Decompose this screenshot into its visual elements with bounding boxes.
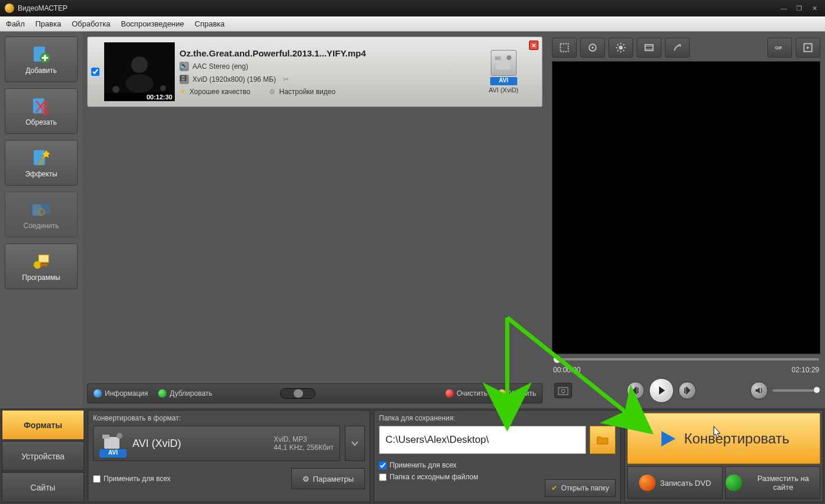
svg-point-19	[507, 55, 511, 60]
programs-label: Программы	[22, 273, 61, 282]
next-button[interactable]	[678, 382, 696, 399]
menu-edit[interactable]: Правка	[35, 19, 61, 28]
item-audio: AAC Stereo (eng)	[192, 62, 248, 71]
gear-tool[interactable]	[580, 38, 605, 58]
list-toolbar: Информация Дублировать Очистить Удалить	[87, 383, 543, 403]
svg-point-16	[160, 85, 166, 91]
menu-playback[interactable]: Воспроизведение	[121, 19, 184, 28]
brightness-tool[interactable]	[608, 38, 633, 58]
gif-tool[interactable]: GIF	[767, 38, 792, 58]
menu-process[interactable]: Обработка	[72, 19, 111, 28]
svg-rect-32	[645, 45, 653, 51]
format-line1: XviD, MP3	[274, 435, 334, 443]
format-dropdown[interactable]	[345, 426, 365, 461]
item-video: XviD (1920x800) (196 МБ)	[192, 75, 276, 84]
tab-sites[interactable]: Сайты	[2, 472, 84, 502]
maximize-button[interactable]: ❐	[793, 4, 805, 12]
film-tool[interactable]	[637, 38, 661, 58]
crop-tool[interactable]	[552, 38, 577, 58]
scissors-icon[interactable]: ✂	[283, 75, 289, 84]
format-selector[interactable]: AVI AVI (XviD) XviD, MP3 44,1 KHz, 256Кб…	[93, 426, 340, 461]
item-settings[interactable]: Настройки видео	[279, 88, 335, 96]
play-button[interactable]	[649, 378, 674, 403]
action-panel: Конвертировать Записать DVD Разместить н…	[624, 410, 823, 502]
disc-icon	[639, 475, 656, 491]
effects-button[interactable]: Эффекты	[5, 140, 78, 186]
folder-apply-all[interactable]: Применить для всех	[379, 461, 616, 469]
folder-panel: Папка для сохранения: C:\Users\Alex\Desk…	[374, 410, 621, 502]
svg-text:GIF: GIF	[775, 45, 783, 51]
params-button[interactable]: ⚙Параметры	[291, 468, 365, 489]
main-area: Добавить Обрезать Эффекты Соединить Прог…	[0, 32, 825, 408]
volume-slider[interactable]	[773, 389, 818, 392]
item-title: Oz.the.Great.and.Powerful.2013.1...YIFY.…	[179, 48, 484, 58]
seek-bar[interactable]	[552, 354, 820, 365]
svg-rect-20	[560, 44, 568, 51]
bottom-panel: Форматы Устройства Сайты Конвертировать …	[0, 408, 825, 504]
svg-point-22	[591, 46, 593, 48]
fullscreen-tool[interactable]	[796, 38, 820, 58]
programs-button[interactable]: Программы	[5, 243, 78, 289]
snapshot-button[interactable]	[554, 383, 572, 398]
convert-button[interactable]: Конвертировать	[627, 413, 820, 464]
format-heading: Конвертировать в формат:	[93, 414, 365, 422]
film-icon: 🎞	[179, 75, 189, 84]
volume-button[interactable]	[750, 382, 768, 399]
item-target[interactable]: AVI AVI (XviD)	[488, 50, 518, 94]
minimize-button[interactable]: —	[778, 4, 790, 12]
clear-button[interactable]: Очистить	[445, 389, 487, 398]
svg-point-23	[619, 46, 623, 50]
gear-icon: ⚙	[302, 475, 310, 483]
duplicate-button[interactable]: Дублировать	[158, 389, 212, 398]
format-apply-all[interactable]: Применить для всех	[93, 475, 171, 483]
info-button[interactable]: Информация	[94, 389, 148, 398]
svg-point-41	[117, 433, 122, 439]
item-checkbox[interactable]	[91, 68, 99, 76]
title-bar: ВидеоМАСТЕР — ❐ ✕	[0, 0, 825, 16]
prev-button[interactable]	[627, 382, 644, 399]
menubar: Файл Правка Обработка Воспроизведение Сп…	[0, 16, 825, 32]
cut-button[interactable]: Обрезать	[5, 88, 78, 134]
avi-badge: AVI	[490, 77, 517, 85]
globe-icon	[726, 475, 742, 491]
preview-column: GIF 00:00:0002:10:29	[547, 32, 825, 408]
format-name: AVI (XviD)	[132, 438, 181, 450]
tab-devices[interactable]: Устройства	[2, 441, 84, 471]
svg-rect-9	[39, 255, 49, 262]
target-label: AVI (XviD)	[488, 86, 518, 94]
svg-line-30	[617, 50, 618, 51]
delete-button[interactable]: Удалить	[498, 389, 536, 398]
join-button: Соединить	[5, 192, 78, 238]
burn-dvd-button[interactable]: Записать DVD	[627, 466, 723, 499]
close-window-button[interactable]: ✕	[809, 4, 820, 12]
svg-point-15	[112, 86, 119, 93]
folder-path-input[interactable]: C:\Users\Alex\Desktop\	[379, 426, 586, 454]
cut-label: Обрезать	[26, 118, 57, 126]
view-switch[interactable]	[280, 388, 315, 399]
speed-tool[interactable]	[665, 38, 690, 58]
format-badge: AVI	[99, 449, 127, 458]
sun-icon: ☀	[179, 88, 186, 96]
preview-viewport[interactable]	[552, 61, 820, 354]
bottom-tabs: Форматы Устройства Сайты	[2, 410, 84, 502]
add-button[interactable]: Добавить	[5, 36, 78, 82]
svg-line-29	[623, 50, 624, 51]
camera-icon	[491, 50, 517, 76]
gear-icon[interactable]: ⚙	[269, 88, 275, 96]
time-current: 00:00:00	[553, 366, 581, 374]
svg-point-38	[561, 389, 565, 393]
app-icon	[5, 4, 14, 13]
tab-formats[interactable]: Форматы	[2, 410, 84, 440]
menu-help[interactable]: Справка	[195, 19, 225, 28]
open-folder-button[interactable]: ✔Открыть папку	[545, 479, 616, 497]
file-list: 00:12:30 Oz.the.Great.and.Powerful.2013.…	[82, 32, 547, 408]
menu-file[interactable]: Файл	[6, 19, 25, 28]
publish-site-button[interactable]: Разместить на сайте	[725, 466, 820, 499]
add-label: Добавить	[25, 66, 56, 75]
remove-item-button[interactable]: ✕	[529, 41, 538, 50]
svg-line-31	[623, 44, 624, 45]
join-label: Соединить	[24, 222, 59, 230]
file-item[interactable]: 00:12:30 Oz.the.Great.and.Powerful.2013.…	[87, 36, 543, 107]
item-thumbnail[interactable]: 00:12:30	[104, 42, 175, 101]
browse-folder-button[interactable]	[590, 426, 616, 454]
